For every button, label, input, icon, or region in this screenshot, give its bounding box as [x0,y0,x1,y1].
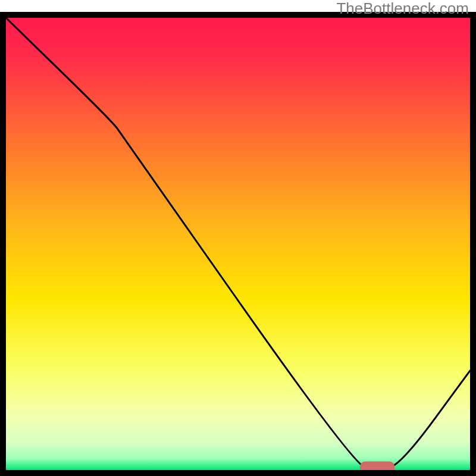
watermark-text: TheBottleneck.com [336,0,469,17]
bottleneck-chart [0,0,476,476]
chart-frame: TheBottleneck.com [0,0,476,476]
